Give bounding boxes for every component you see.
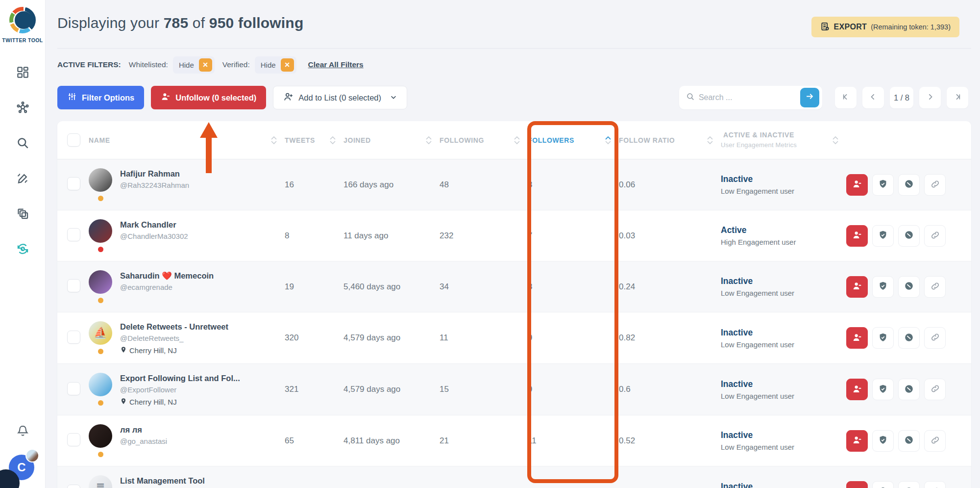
block-button[interactable] bbox=[898, 276, 920, 298]
filter-options-button[interactable]: Filter Options bbox=[57, 86, 144, 109]
select-all-checkbox[interactable] bbox=[67, 133, 80, 147]
sidebar-item-compose[interactable] bbox=[15, 172, 30, 186]
user-handle[interactable]: @ecamgrenade bbox=[120, 283, 214, 291]
shield-check-button[interactable] bbox=[872, 379, 894, 400]
sidebar-item-sync[interactable] bbox=[15, 242, 30, 257]
row-checkbox[interactable] bbox=[67, 433, 80, 446]
last-page-button[interactable] bbox=[947, 87, 968, 108]
shield-check-button[interactable] bbox=[872, 327, 894, 349]
block-button[interactable] bbox=[898, 481, 920, 488]
sort-icon[interactable] bbox=[426, 136, 432, 144]
add-user-icon bbox=[283, 92, 294, 104]
search-icon bbox=[16, 136, 29, 152]
shield-check-button[interactable] bbox=[872, 225, 894, 247]
unfollow-user-button[interactable] bbox=[846, 225, 868, 247]
link-button[interactable] bbox=[924, 379, 946, 400]
row-checkbox[interactable] bbox=[67, 331, 80, 344]
column-header-follow-ratio[interactable]: FOLLOW RATIO bbox=[619, 136, 721, 144]
sort-icon[interactable] bbox=[707, 136, 713, 144]
close-icon[interactable]: ✕ bbox=[281, 58, 294, 72]
row-checkbox[interactable] bbox=[67, 279, 80, 292]
shield-check-button[interactable] bbox=[872, 276, 894, 298]
row-checkbox[interactable] bbox=[67, 177, 80, 190]
sort-icon[interactable] bbox=[271, 136, 277, 144]
joined-value: 4,579 days ago bbox=[343, 333, 440, 343]
following-value: 232 bbox=[440, 231, 528, 241]
sidebar-item-copy[interactable] bbox=[15, 207, 30, 222]
export-button[interactable]: EXPORT (Remaining token: 1,393) bbox=[811, 17, 959, 37]
chevron-right-icon bbox=[926, 93, 934, 103]
table-row: ⛵Delete Retweets - Unretweet@DeleteRetwe… bbox=[57, 312, 971, 364]
sort-icon-active[interactable] bbox=[605, 136, 611, 144]
sort-icon[interactable] bbox=[330, 136, 336, 144]
shield-check-button[interactable] bbox=[872, 430, 894, 452]
status-cell: InactiveLow Engagement user bbox=[721, 174, 846, 195]
next-page-button[interactable] bbox=[919, 87, 941, 108]
avatar-column: ⛵ bbox=[89, 321, 112, 355]
unfollow-user-button[interactable] bbox=[846, 174, 868, 196]
link-button[interactable] bbox=[924, 430, 946, 452]
user-name[interactable]: ля ля bbox=[120, 425, 167, 435]
row-checkbox[interactable] bbox=[67, 382, 80, 395]
block-button[interactable] bbox=[898, 379, 920, 400]
avatar bbox=[89, 219, 112, 243]
row-actions bbox=[846, 174, 971, 196]
shield-check-button[interactable] bbox=[872, 481, 894, 488]
user-name[interactable]: Delete Retweets - Unretweet bbox=[120, 322, 228, 332]
column-header-joined[interactable]: JOINED bbox=[343, 136, 440, 144]
block-button[interactable] bbox=[898, 225, 920, 247]
followers-value: 7 bbox=[528, 231, 619, 241]
user-name[interactable]: Hafijur Rahman bbox=[120, 169, 189, 179]
sort-icon[interactable] bbox=[514, 136, 520, 144]
unfollow-user-button[interactable] bbox=[846, 327, 868, 349]
user-name[interactable]: List Management Tool bbox=[120, 476, 205, 486]
link-button[interactable] bbox=[924, 481, 946, 488]
column-header-tweets[interactable]: TWEETS bbox=[285, 136, 343, 144]
user-handle[interactable]: @DeleteRetweets_ bbox=[120, 334, 228, 342]
first-page-button[interactable] bbox=[835, 87, 857, 108]
link-button[interactable] bbox=[924, 276, 946, 298]
table-row: ≣List Management Tool@ManageListsCherry … bbox=[57, 466, 971, 488]
add-to-list-button[interactable]: Add to List (0 selected) bbox=[273, 86, 407, 109]
block-icon bbox=[904, 179, 914, 191]
row-checkbox[interactable] bbox=[67, 228, 80, 241]
column-header-following[interactable]: FOLLOWING bbox=[440, 136, 528, 144]
row-checkbox[interactable] bbox=[67, 485, 80, 488]
block-button[interactable] bbox=[898, 174, 920, 196]
clear-all-filters-link[interactable]: Clear All Filters bbox=[308, 60, 364, 69]
column-header-followers[interactable]: FOLLOWERS bbox=[528, 136, 619, 144]
block-button[interactable] bbox=[898, 327, 920, 349]
user-cell: ля ля@go_anastasi bbox=[89, 424, 285, 457]
user-handle[interactable]: @ExportFollower bbox=[120, 385, 240, 394]
shield-check-button[interactable] bbox=[872, 174, 894, 196]
unfollow-user-button[interactable] bbox=[846, 276, 868, 298]
status-badge: Inactive bbox=[721, 174, 846, 184]
link-button[interactable] bbox=[924, 225, 946, 247]
close-icon[interactable]: ✕ bbox=[199, 58, 212, 72]
column-header-active-inactive[interactable]: ACTIVE & INACTIVE User Engagement Metric… bbox=[721, 130, 846, 150]
user-name[interactable]: Saharudin ❤️ Memecoin bbox=[120, 271, 214, 281]
block-button[interactable] bbox=[898, 430, 920, 452]
user-handle[interactable]: @Rah32243Rahman bbox=[120, 181, 189, 189]
page-indicator[interactable]: 1 / 8 bbox=[890, 87, 913, 108]
user-name[interactable]: Mark Chandler bbox=[120, 220, 188, 230]
link-button[interactable] bbox=[924, 174, 946, 196]
sidebar-item-search[interactable] bbox=[15, 136, 30, 151]
prev-page-button[interactable] bbox=[862, 87, 884, 108]
unfollow-user-button[interactable] bbox=[846, 430, 868, 452]
user-name[interactable]: Export Following List and Fol... bbox=[120, 374, 240, 383]
row-checkbox-cell bbox=[57, 228, 89, 243]
search-input[interactable] bbox=[699, 93, 800, 102]
search-submit-button[interactable] bbox=[800, 88, 819, 107]
link-button[interactable] bbox=[924, 327, 946, 349]
unfollow-button[interactable]: Unfollow (0 selected) bbox=[151, 86, 266, 109]
user-handle[interactable]: @ChandlerMa30302 bbox=[120, 232, 188, 240]
user-handle[interactable]: @go_anastasi bbox=[120, 437, 167, 445]
unfollow-user-button[interactable] bbox=[846, 481, 868, 488]
notifications-button[interactable] bbox=[15, 424, 30, 439]
sidebar-item-network[interactable] bbox=[15, 101, 30, 116]
column-header-name[interactable]: NAME bbox=[89, 136, 285, 144]
sidebar-item-dashboard[interactable] bbox=[15, 66, 30, 80]
unfollow-user-button[interactable] bbox=[846, 379, 868, 400]
sort-icon[interactable] bbox=[833, 136, 838, 144]
